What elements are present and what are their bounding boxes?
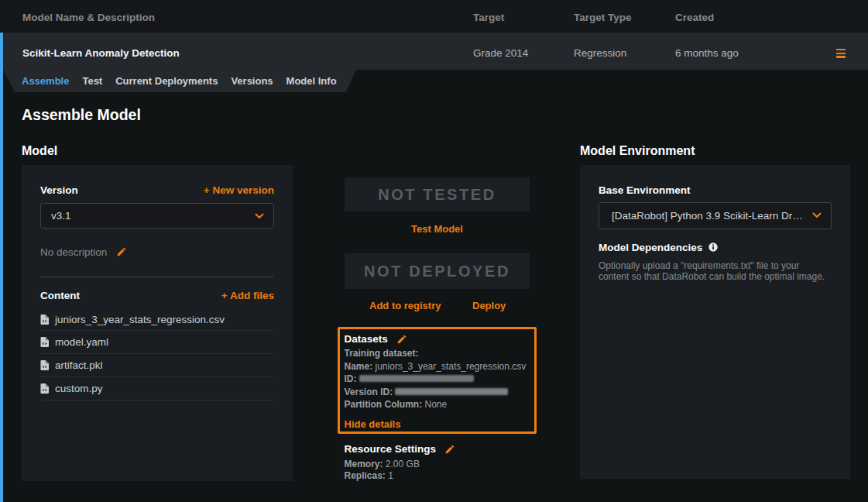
info-icon[interactable] — [708, 242, 718, 252]
model-target-type: Regression — [574, 35, 626, 72]
file-row[interactable]: artifact.pkl — [40, 354, 274, 377]
code-file-icon — [40, 315, 49, 325]
dataset-id-redacted — [359, 375, 474, 382]
replicas-label: Replicas: — [345, 470, 386, 481]
model-dependencies-label: Model Dependencies — [599, 242, 702, 253]
file-name: model.yaml — [55, 336, 108, 348]
column-target-type: Target Type — [574, 2, 632, 33]
tab-test[interactable]: Test — [82, 70, 102, 92]
partition-column-value: None — [425, 399, 448, 410]
model-created: 6 months ago — [675, 35, 739, 72]
selected-row-accent-stripe — [0, 33, 3, 502]
model-target: Grade 2014 — [473, 35, 528, 72]
add-to-registry-button[interactable]: Add to registry — [369, 300, 441, 311]
dataset-version-id-redacted — [395, 388, 508, 395]
tab-assemble[interactable]: Assemble — [22, 70, 69, 92]
chevron-down-icon — [255, 213, 264, 219]
tab-current-deployments[interactable]: Current Deployments — [115, 70, 218, 92]
deploy-button[interactable]: Deploy — [472, 300, 506, 311]
version-select[interactable]: v3.1 — [40, 203, 274, 229]
file-list: juniors_3_year_stats_regression.csv mode… — [40, 308, 274, 401]
environment-panel: Base Environment [DataRobot] Python 3.9 … — [580, 165, 850, 479]
page-title: Assemble Model — [22, 106, 141, 124]
test-model-button[interactable]: Test Model — [345, 223, 530, 235]
code-file-icon — [40, 383, 49, 394]
deploy-status-badge: NOT DEPLOYED — [345, 253, 530, 289]
model-description-placeholder: No description — [40, 246, 107, 258]
hide-details-button[interactable]: Hide details — [345, 418, 535, 430]
edit-resource-settings-pencil-icon[interactable] — [444, 444, 455, 455]
base-environment-value: [DataRobot] Python 3.9 Scikit-Learn Dr… — [612, 210, 812, 222]
column-created: Created — [675, 2, 714, 33]
row-menu-hamburger-icon[interactable] — [836, 49, 846, 58]
content-label: Content — [40, 290, 80, 301]
file-name: artifact.pkl — [55, 359, 103, 371]
base-environment-label: Base Environment — [599, 184, 691, 196]
tab-strip: Assemble Test Current Deployments Versio… — [3, 70, 359, 92]
datasets-details: Training dataset: Name: juniors_3_year_s… — [345, 347, 535, 411]
column-target: Target — [473, 2, 504, 33]
file-name: juniors_3_year_stats_regression.csv — [55, 314, 225, 325]
version-select-value: v3.1 — [51, 210, 255, 222]
file-row[interactable]: model.yaml — [40, 331, 274, 354]
dataset-name-value: juniors_3_year_stats_regression.csv — [376, 361, 527, 372]
chevron-down-icon — [812, 212, 822, 218]
panel-divider — [40, 277, 274, 277]
resource-settings-title: Resource Settings — [345, 443, 437, 455]
datasets-panel: Datasets Training dataset: Name: juniors… — [338, 327, 537, 434]
resource-settings-section: Resource Settings Memory: 2.00 GB Replic… — [345, 443, 456, 483]
table-header-row: Model Name & Description Target Target T… — [0, 0, 868, 31]
model-dependencies-help: Optionally upload a "requirements.txt" f… — [599, 260, 825, 282]
custom-model-workshop-page: Model Name & Description Target Target T… — [0, 0, 868, 502]
tab-model-info[interactable]: Model Info — [286, 70, 337, 92]
tab-versions[interactable]: Versions — [231, 70, 273, 92]
datasets-title: Datasets — [345, 333, 388, 345]
model-name: Scikit-Learn Anomaly Detection — [22, 35, 180, 72]
environment-section-header: Model Environment — [580, 144, 695, 158]
column-model-name: Model Name & Description — [22, 2, 155, 33]
edit-datasets-pencil-icon[interactable] — [396, 334, 407, 345]
file-row[interactable]: juniors_3_year_stats_regression.csv — [40, 308, 274, 332]
memory-label: Memory: — [345, 459, 383, 469]
model-section-header: Model — [22, 144, 57, 158]
memory-value: 2.00 GB — [386, 459, 420, 469]
dataset-id-label: ID: — [345, 373, 357, 384]
dataset-version-id-label: Version ID: — [345, 387, 393, 397]
edit-description-pencil-icon[interactable] — [116, 246, 127, 257]
file-name: custom.py — [55, 383, 103, 394]
code-file-icon — [40, 337, 49, 347]
add-files-button[interactable]: + Add files — [221, 290, 274, 301]
base-environment-select[interactable]: [DataRobot] Python 3.9 Scikit-Learn Dr… — [599, 202, 832, 229]
dataset-name-label: Name: — [345, 361, 373, 372]
test-status-badge: NOT TESTED — [345, 177, 530, 211]
model-panel: Version + New version v3.1 No descriptio… — [22, 165, 293, 481]
version-label: Version — [40, 184, 78, 196]
file-row[interactable]: custom.py — [40, 377, 274, 401]
code-file-icon — [40, 360, 49, 370]
partition-column-label: Partition Column: — [345, 399, 423, 410]
replicas-value: 1 — [388, 470, 393, 481]
training-dataset-label: Training dataset: — [345, 348, 419, 359]
new-version-button[interactable]: + New version — [204, 184, 274, 196]
model-row[interactable]: Scikit-Learn Anomaly Detection Grade 201… — [0, 33, 868, 70]
